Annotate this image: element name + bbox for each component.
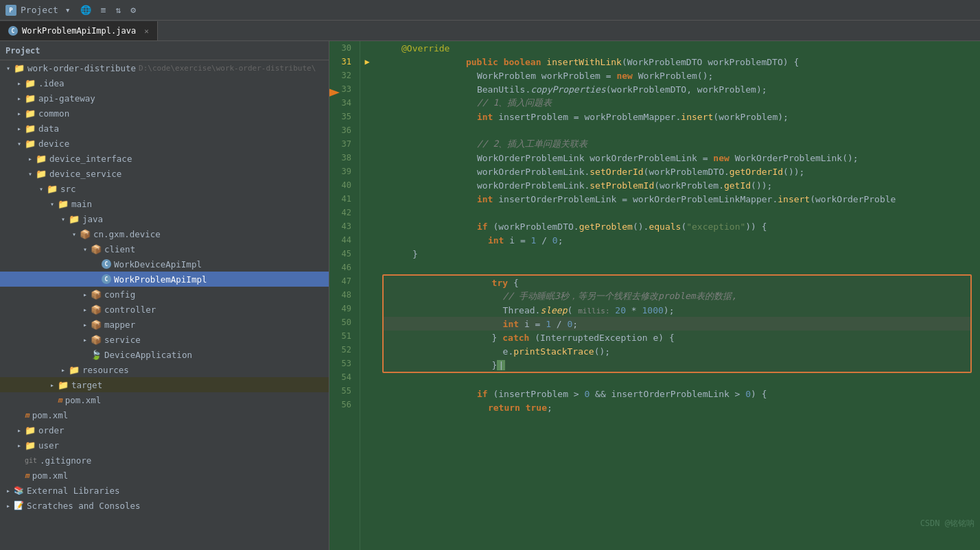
sidebar-item-order[interactable]: 📁 order (0, 422, 329, 438)
code-content[interactable]: 30 31 32 33 34 35 36 37 38 39 40 41 42 4… (329, 41, 980, 550)
sidebar-item-config[interactable]: 📦 config (0, 287, 329, 302)
gutter-37 (360, 137, 374, 151)
list-icon[interactable]: ≡ (98, 3, 109, 16)
line-num-53: 53 (332, 357, 354, 370)
sidebar-item-controller[interactable]: 📦 controller (0, 302, 329, 317)
arrow-icon (36, 185, 47, 193)
line-numbers: 30 31 32 33 34 35 36 37 38 39 40 41 42 4… (329, 41, 360, 550)
item-label: pom.xml (32, 470, 69, 481)
sidebar-item-DeviceApplication[interactable]: 🍃 DeviceApplication (0, 347, 329, 362)
gutter-46 (360, 261, 374, 274)
gutter-32 (360, 69, 374, 82)
tab-bar: C WorkProblemApiImpl.java ✕ (0, 21, 980, 41)
project-dropdown-btn[interactable]: ▾ (62, 3, 73, 16)
sidebar-item-pom-root[interactable]: m pom.xml (0, 407, 329, 422)
item-label: api-gateway (38, 93, 95, 104)
line-num-50: 50 (332, 315, 354, 329)
folder-icon: 📁 (58, 199, 69, 209)
sidebar-item-WorkDeviceApiImpl[interactable]: C WorkDeviceApiImpl (0, 256, 329, 272)
sidebar-item-device[interactable]: 📁 device (0, 136, 329, 151)
sidebar-item-src[interactable]: 📁 src (0, 181, 329, 196)
folder-icon: 📁 (47, 184, 58, 194)
sidebar-item-pom-device[interactable]: m pom.xml (0, 392, 329, 407)
sidebar-item-api-gateway[interactable]: 📁 api-gateway (0, 91, 329, 106)
line-num-47: 47 (332, 274, 354, 288)
sidebar-item-resources[interactable]: 📁 resources (0, 362, 329, 377)
arrow-icon (80, 291, 91, 298)
line-num-42: 42 (332, 206, 354, 219)
sidebar-item-pom-main[interactable]: m pom.xml (0, 468, 329, 483)
item-label: common (38, 108, 69, 119)
line-num-39: 39 (332, 165, 354, 178)
arrow-icon (25, 170, 36, 178)
sidebar-item-external-libraries[interactable]: 📚 External Libraries (0, 483, 329, 498)
line-num-43: 43 (332, 219, 354, 233)
sidebar-item-data[interactable]: 📁 data (0, 121, 329, 136)
arrow-icon (69, 230, 80, 238)
line-num-32: 32 (332, 69, 354, 82)
gutter-51 (360, 329, 374, 343)
scratches-icon: 📝 (14, 501, 24, 510)
line-num-51: 51 (332, 329, 354, 343)
sidebar-item-device-interface[interactable]: 📁 device_interface (0, 151, 329, 166)
tab-label: WorkProblemApiImpl.java (22, 26, 136, 36)
sidebar-item-cn-gxm-device[interactable]: 📦 cn.gxm.device (0, 226, 329, 241)
arrow-icon (14, 427, 25, 434)
item-label: config (104, 289, 135, 300)
sidebar-item-idea[interactable]: 📁 .idea (0, 75, 329, 91)
sort-icon[interactable]: ⇅ (113, 3, 124, 16)
item-label: device_interface (49, 154, 132, 164)
sidebar-title: Project (5, 46, 40, 56)
line-num-33: 33 (332, 82, 354, 96)
sidebar-item-root[interactable]: 📁 work-order-distribute D:\code\exercise… (0, 60, 329, 75)
item-label: .idea (38, 78, 65, 88)
sidebar-item-main[interactable]: 📁 main (0, 196, 329, 211)
sidebar-item-common[interactable]: 📁 common (0, 106, 329, 121)
line-num-31: 31 (332, 55, 354, 69)
folder-icon: 📁 (25, 108, 36, 119)
class-icon: C (102, 274, 111, 284)
code-line-35: int insertProblem = workProblemMapper.in… (380, 110, 975, 123)
sidebar-item-device-service[interactable]: 📁 device_service (0, 166, 329, 181)
sidebar-item-gitignore[interactable]: git .gitignore (0, 453, 329, 468)
item-label: controller (104, 304, 156, 315)
arrow-icon (3, 502, 14, 510)
item-label: cn.gxm.device (93, 229, 161, 239)
arrow-icon (25, 155, 36, 163)
maven-icon: m (25, 471, 30, 480)
maven-icon: m (25, 411, 30, 420)
line-53-code: }| (417, 350, 505, 381)
sidebar-item-WorkProblemApiImpl[interactable]: C WorkProblemApiImpl (0, 272, 329, 287)
tab-close-btn[interactable]: ✕ (144, 27, 149, 36)
folder-icon: 📁 (25, 425, 36, 435)
sidebar-item-user[interactable]: 📁 user (0, 438, 329, 453)
line-41-code: int insertOrderProblemLink = workOrderPr… (412, 184, 896, 215)
project-icon: P (5, 5, 16, 16)
gutter-47 (360, 274, 374, 288)
item-label: Scratches and Consoles (27, 501, 141, 511)
git-icon: git (25, 457, 37, 464)
sidebar-item-client[interactable]: 📦 client (0, 241, 329, 256)
settings-icon[interactable]: ⚙ (128, 3, 139, 16)
gutter-30 (360, 41, 374, 55)
run-indicator[interactable]: ▶ (364, 57, 369, 67)
folder-icon: 📁 (36, 169, 47, 179)
sidebar-item-scratches[interactable]: 📝 Scratches and Consoles (0, 498, 329, 513)
main-area: Project 📁 work-order-distribute D:\code\… (0, 41, 980, 550)
root-path: D:\code\exercise\work-order-distribute\ (139, 64, 316, 73)
title-bar: P Project ▾ 🌐 ≡ ⇅ ⚙ (0, 0, 980, 21)
line-44-code: int i = 1 / 0; (423, 225, 563, 256)
sidebar-item-service[interactable]: 📦 service (0, 332, 329, 347)
sidebar-item-java[interactable]: 📁 java (0, 211, 329, 226)
sidebar-item-target[interactable]: 📁 target (0, 377, 329, 392)
gutter-38 (360, 151, 374, 165)
globe-icon[interactable]: 🌐 (78, 3, 94, 16)
gutter-56 (360, 398, 374, 411)
gutter-34 (360, 96, 374, 110)
line-num-41: 41 (332, 192, 354, 206)
arrow-icon (80, 306, 91, 313)
tab-WorkProblemApiImpl[interactable]: C WorkProblemApiImpl.java ✕ (0, 21, 158, 40)
sidebar-item-mapper[interactable]: 📦 mapper (0, 317, 329, 332)
item-label: resources (82, 365, 129, 375)
arrow-icon (3, 487, 14, 494)
